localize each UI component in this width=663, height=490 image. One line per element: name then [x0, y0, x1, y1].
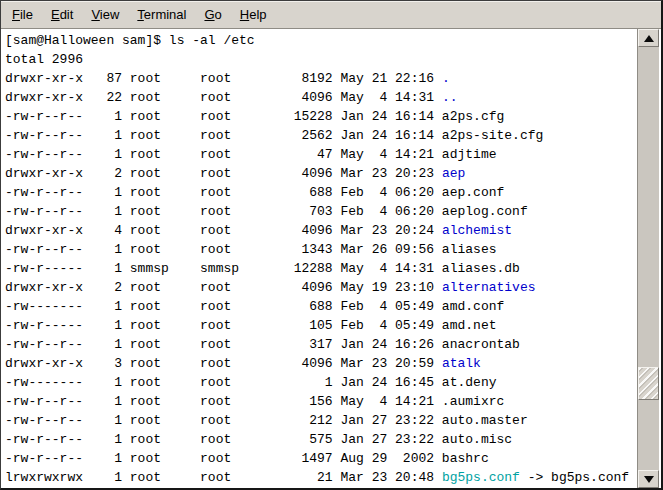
terminal-text: -rw-r--r-- 1 root root 1343 Mar 26 09:56… [5, 242, 496, 257]
terminal-text: -rw-r--r-- 1 root root 575 Jan 27 23:22 … [5, 432, 512, 447]
terminal-text: lrwxrwxrwx 1 root root 21 Mar 23 20:48 [5, 470, 442, 485]
terminal-line: -rw-r----- 1 root root 105 Feb 4 05:49 a… [5, 316, 637, 335]
terminal-line: drwxr-xr-x 2 root root 4096 Mar 23 20:23… [5, 164, 637, 183]
terminal-line: drwxr-xr-x 22 root root 4096 May 4 14:31… [5, 88, 637, 107]
terminal-line: -rw-r--r-- 1 root root 317 Jan 24 16:26 … [5, 335, 637, 354]
terminal-text: -rw-r--r-- 1 root root 317 Jan 24 16:26 … [5, 337, 520, 352]
terminal-text: drwxr-xr-x 2 root root 4096 May 19 23:10 [5, 280, 442, 295]
terminal-text: -rw------- 1 root root 688 Feb 4 05:49 a… [5, 299, 504, 314]
scroll-down-button[interactable] [638, 470, 659, 488]
terminal-text: -rw-r----- 1 root root 105 Feb 4 05:49 a… [5, 318, 496, 333]
terminal-line: -rw-r--r-- 1 root root 2562 Jan 24 16:14… [5, 126, 637, 145]
directory-name: aep [442, 166, 465, 181]
directory-name: alternatives [442, 280, 536, 295]
terminal-content: [sam@Halloween sam]$ ls -al /etctotal 29… [1, 29, 661, 488]
terminal-window: FileEditViewTerminalGoHelp [sam@Hallowee… [0, 0, 663, 490]
directory-name: atalk [442, 356, 481, 371]
scroll-up-button[interactable] [638, 29, 659, 47]
terminal-line: -rw------- 1 root root 688 Feb 4 05:49 a… [5, 297, 637, 316]
terminal-text: -rw-r--r-- 1 root root 156 May 4 14:21 .… [5, 394, 504, 409]
terminal-text: -rw-r--r-- 1 root root 47 May 4 14:21 ad… [5, 147, 496, 162]
terminal-line: drwxr-xr-x 2 root root 4096 May 19 23:10… [5, 278, 637, 297]
symlink-name: bg5ps.conf [442, 470, 520, 485]
terminal-text: -rw-r--r-- 1 root root 2562 Jan 24 16:14… [5, 128, 543, 143]
terminal-text: -rw-r--r-- 1 root root 688 Feb 4 06:20 a… [5, 185, 504, 200]
terminal-text: -rw-r----- 1 smmsp smmsp 12288 May 4 14:… [5, 261, 520, 276]
terminal-line: -rw-r--r-- 1 root root 15228 Jan 24 16:1… [5, 107, 637, 126]
terminal-text: -rw------- 1 root root 1 Jan 24 16:45 at… [5, 375, 496, 390]
terminal-line: -rw-r--r-- 1 root root 688 Feb 4 06:20 a… [5, 183, 637, 202]
terminal-output[interactable]: [sam@Halloween sam]$ ls -al /etctotal 29… [1, 29, 637, 488]
terminal-line: -rw-r--r-- 1 root root 1497 Aug 29 2002 … [5, 449, 637, 468]
terminal-text: total 2996 [5, 52, 83, 67]
terminal-text: [sam@Halloween sam]$ ls -al /etc [5, 33, 255, 48]
terminal-line: drwxr-xr-x 3 root root 4096 Mar 23 20:59… [5, 354, 637, 373]
directory-name: alchemist [442, 223, 512, 238]
terminal-line: [sam@Halloween sam]$ ls -al /etc [5, 31, 637, 50]
directory-name: .. [442, 90, 458, 105]
down-arrow-icon [644, 476, 654, 483]
terminal-text: -rw-r--r-- 1 root root 703 Feb 4 06:20 a… [5, 204, 528, 219]
terminal-text: drwxr-xr-x 22 root root 4096 May 4 14:31 [5, 90, 442, 105]
menu-item-file[interactable]: File [3, 6, 42, 24]
menu-item-go[interactable]: Go [195, 6, 230, 24]
directory-name: . [442, 71, 450, 86]
terminal-line: drwxr-xr-x 87 root root 8192 May 21 22:1… [5, 69, 637, 88]
terminal-text: drwxr-xr-x 87 root root 8192 May 21 22:1… [5, 71, 442, 86]
terminal-text: drwxr-xr-x 4 root root 4096 Mar 23 20:24 [5, 223, 442, 238]
terminal-text: drwxr-xr-x 3 root root 4096 Mar 23 20:59 [5, 356, 442, 371]
terminal-text: drwxr-xr-x 2 root root 4096 Mar 23 20:23 [5, 166, 442, 181]
terminal-text: -> bg5ps.conf [520, 470, 629, 485]
terminal-line: drwxr-xr-x 4 root root 4096 Mar 23 20:24… [5, 221, 637, 240]
terminal-line: lrwxrwxrwx 1 root root 21 Mar 23 20:48 b… [5, 468, 637, 487]
terminal-line: -rw-r--r-- 1 root root 156 May 4 14:21 .… [5, 392, 637, 411]
terminal-text: -rw-r--r-- 1 root root 1497 Aug 29 2002 … [5, 451, 489, 466]
terminal-line: -rw-r--r-- 1 root root 575 Jan 27 23:22 … [5, 430, 637, 449]
terminal-line: -rw-r--r-- 1 root root 47 May 4 14:21 ad… [5, 145, 637, 164]
terminal-line: -rw-r----- 1 smmsp smmsp 12288 May 4 14:… [5, 259, 637, 278]
menu-item-terminal[interactable]: Terminal [128, 6, 195, 24]
terminal-text: -rw-r--r-- 1 root root 15228 Jan 24 16:1… [5, 109, 504, 124]
scrollbar-thumb[interactable] [638, 367, 659, 400]
menu-item-help[interactable]: Help [231, 6, 276, 24]
menu-bar: FileEditViewTerminalGoHelp [1, 1, 661, 29]
terminal-line: total 2996 [5, 50, 637, 69]
menu-item-edit[interactable]: Edit [42, 6, 82, 24]
menu-item-view[interactable]: View [82, 6, 128, 24]
terminal-line: -rw------- 1 root root 1 Jan 24 16:45 at… [5, 373, 637, 392]
scrollbar[interactable] [637, 29, 659, 488]
terminal-line: -rw-r--r-- 1 root root 1343 Mar 26 09:56… [5, 240, 637, 259]
terminal-text: -rw-r--r-- 1 root root 212 Jan 27 23:22 … [5, 413, 528, 428]
scrollbar-trough[interactable] [638, 47, 659, 470]
terminal-line: -rw-r--r-- 1 root root 703 Feb 4 06:20 a… [5, 202, 637, 221]
terminal-line: -rw-r--r-- 1 root root 212 Jan 27 23:22 … [5, 411, 637, 430]
up-arrow-icon [644, 35, 654, 42]
